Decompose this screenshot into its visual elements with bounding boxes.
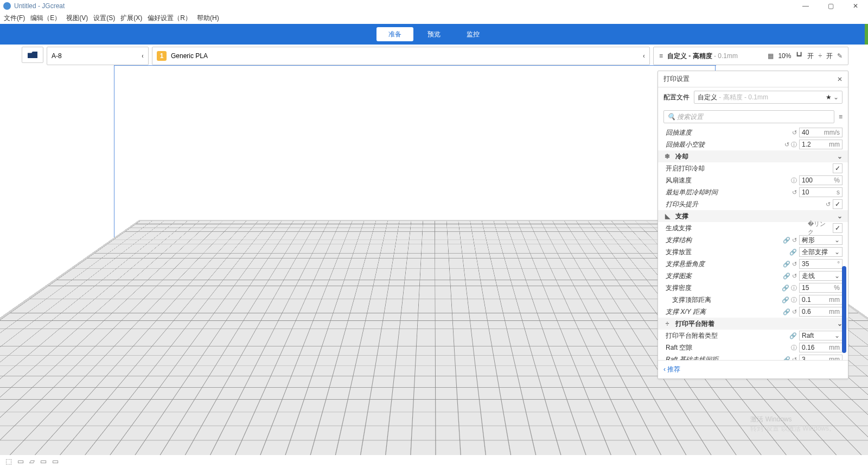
chevron-left-icon: ‹ xyxy=(142,52,144,60)
reset-icon[interactable]: ↺ xyxy=(774,129,797,136)
folder-icon xyxy=(28,52,37,58)
settings-scrollbar[interactable] xyxy=(842,266,846,353)
checkbox[interactable]: ✓ xyxy=(833,163,843,173)
menu-extensions[interactable]: 扩展(X) xyxy=(119,13,144,23)
setting-label: 开启打印冷却 xyxy=(666,164,806,173)
select-input[interactable]: Raft⌄ xyxy=(799,331,843,340)
link-icon[interactable]: 🔗 xyxy=(774,332,797,339)
category-adhesion[interactable]: ÷打印平台附着⌄ xyxy=(658,318,848,330)
open-file-button[interactable] xyxy=(22,47,43,63)
recommend-link[interactable]: ‹ 推荐 xyxy=(663,365,680,373)
statusbar: ⬚ ▭ ▱ ▭ ▭ xyxy=(0,455,868,467)
reset-icon[interactable]: ↺ xyxy=(774,189,797,196)
value-input[interactable]: 0.16mm xyxy=(799,343,843,352)
fan-icon: ❄ xyxy=(663,153,671,160)
search-icon: 🔍 xyxy=(667,113,675,121)
value-input[interactable]: 0.6mm xyxy=(799,307,843,317)
category-cooling[interactable]: ❄冷却⌄ xyxy=(658,150,848,162)
checkbox[interactable]: ✓ xyxy=(833,199,843,209)
setting-label: 支撑密度 xyxy=(666,283,772,293)
panel-header: 打印设置 ✕ xyxy=(658,71,848,87)
view-front-icon[interactable]: ▭ xyxy=(17,457,24,465)
print-settings-panel: 打印设置 ✕ 配置文件 自定义 - 高精度 - 0.1mm ★ ⌄ 🔍 搜索设置… xyxy=(658,71,848,379)
print-profile-bar[interactable]: ≡ 自定义 - 高精度 - 0.1mm ▦ 10% ┗┛ 开 ÷ 开 ✎ xyxy=(653,47,848,65)
stage-tabbar: 准备 预览 监控 xyxy=(0,24,868,45)
setting-label: 支撑结构 xyxy=(666,236,772,245)
link-reset-icons[interactable]: 🔗 ↺ xyxy=(774,356,797,361)
titlebar: Untitled - JGcreat xyxy=(0,0,868,12)
checkbox[interactable]: ✓ xyxy=(833,223,843,233)
info-icon[interactable]: ⓘ xyxy=(774,176,797,185)
view-3d-icon[interactable]: ⬚ xyxy=(5,457,12,465)
link-reset-icons[interactable]: 🔗 ↺ xyxy=(774,273,797,280)
setting-label: Raft 基础走线间距 xyxy=(666,355,772,361)
select-input[interactable]: 树形⌄ xyxy=(799,235,843,245)
reset-info-icons[interactable]: ↺ ⓘ xyxy=(774,141,797,149)
close-icon[interactable]: ✕ xyxy=(837,75,843,83)
profile-select[interactable]: 自定义 - 高精度 - 0.1mm ★ ⌄ xyxy=(694,91,843,104)
view-top-icon[interactable]: ▱ xyxy=(29,457,35,465)
setting-label: 支撑放置 xyxy=(666,248,772,257)
select-input[interactable]: 走线⌄ xyxy=(799,271,843,281)
material-name: Generic PLA xyxy=(171,52,208,60)
panel-footer: ‹ 推荐 xyxy=(658,360,848,378)
setting-label: 最短单层冷却时间 xyxy=(666,188,772,197)
view-left-icon[interactable]: ▭ xyxy=(40,457,47,465)
menu-edit[interactable]: 编辑（E） xyxy=(29,13,62,23)
setting-label: 打印头提升 xyxy=(666,200,806,209)
adhesion-toggle: 开 xyxy=(826,52,833,61)
value-input[interactable]: 15% xyxy=(799,283,843,293)
search-placeholder: 搜索设置 xyxy=(677,112,703,122)
setting-label: Raft 空隙 xyxy=(666,343,772,352)
setting-label: 风扇速度 xyxy=(666,176,772,185)
value-input[interactable]: 0.1mm xyxy=(799,295,843,305)
link-info-icons[interactable]: 🔗 ⓘ xyxy=(774,296,797,304)
menu-file[interactable]: 文件(F) xyxy=(2,13,27,23)
setting-label: 支撑顶部距离 xyxy=(666,295,772,305)
chevron-left-icon: ‹ xyxy=(643,52,645,60)
profile-name: 自定义 - 高精度 - 0.1mm xyxy=(667,52,738,61)
link-reset-icons[interactable]: 🔗 ↺ xyxy=(774,261,797,268)
menubar: 文件(F) 编辑（E） 视图(V) 设置(S) 扩展(X) 偏好设置（R） 帮助… xyxy=(0,12,868,24)
link-icon[interactable]: �リンク xyxy=(808,220,831,236)
minimize-button[interactable]: — xyxy=(793,0,818,12)
value-input[interactable]: 100% xyxy=(799,175,843,185)
tab-preview[interactable]: 预览 xyxy=(416,27,452,41)
select-input[interactable]: 全部支撑⌄ xyxy=(799,247,843,257)
settings-list: 回抽速度↺40mm/s 回抽最小空驶↺ ⓘ1.2mm ❄冷却⌄ 开启打印冷却✓ … xyxy=(658,127,848,360)
maximize-button[interactable]: ▢ xyxy=(818,0,843,12)
printer-selector[interactable]: A-8 ‹ xyxy=(47,47,149,65)
adhesion-icon: ÷ xyxy=(663,320,671,327)
value-input[interactable]: 10s xyxy=(799,187,843,197)
edit-icon[interactable]: ✎ xyxy=(837,52,843,60)
link-reset-icons[interactable]: 🔗 ↺ xyxy=(774,308,797,315)
reset-icon[interactable]: ↺ xyxy=(808,201,831,208)
value-input[interactable]: 35° xyxy=(799,259,843,269)
support-icon: ◣ xyxy=(663,212,671,220)
tab-monitor[interactable]: 监控 xyxy=(455,27,492,41)
view-right-icon[interactable]: ▭ xyxy=(52,457,59,465)
tab-prepare[interactable]: 准备 xyxy=(376,27,413,41)
info-icon[interactable]: ⓘ xyxy=(774,344,797,352)
support-icon: ┗┛ xyxy=(795,52,803,60)
settings-menu-icon[interactable]: ≡ xyxy=(839,113,843,121)
menu-help[interactable]: 帮助(H) xyxy=(195,13,221,23)
value-input[interactable]: 1.2mm xyxy=(799,140,843,149)
search-input[interactable]: 🔍 搜索设置 xyxy=(663,110,834,123)
link-reset-icons[interactable]: 🔗 ↺ xyxy=(774,237,797,244)
app-logo-icon xyxy=(3,2,11,10)
build-volume-edge xyxy=(114,65,716,66)
menu-settings[interactable]: 设置(S) xyxy=(92,13,117,23)
toolbar: A-8 ‹ 1 Generic PLA ‹ ≡ 自定义 - 高精度 - 0.1m… xyxy=(0,47,868,65)
value-input[interactable]: 3mm xyxy=(799,355,843,360)
material-selector[interactable]: 1 Generic PLA ‹ xyxy=(152,47,650,65)
menu-view[interactable]: 视图(V) xyxy=(65,13,90,23)
value-input[interactable]: 40mm/s xyxy=(799,128,843,137)
menu-preferences[interactable]: 偏好设置（R） xyxy=(146,13,193,23)
link-info-icons[interactable]: 🔗 ⓘ xyxy=(774,284,797,292)
marketplace-strip[interactable] xyxy=(865,24,868,45)
close-button[interactable]: ✕ xyxy=(843,0,868,12)
setting-label: 生成支撑 xyxy=(666,224,806,233)
setting-label: 支撑 X/Y 距离 xyxy=(666,307,772,317)
link-icon[interactable]: 🔗 xyxy=(774,249,797,256)
